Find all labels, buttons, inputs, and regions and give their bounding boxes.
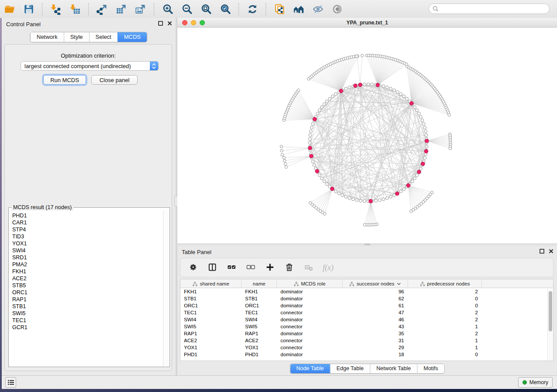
mcds-result-node[interactable]: PHD1: [12, 212, 163, 219]
toolbar-separator: [154, 3, 155, 15]
delete-column-icon[interactable]: [284, 262, 295, 273]
zoom-in-icon[interactable]: [161, 3, 174, 16]
table-cell: ORC1: [180, 303, 242, 308]
tab-network-table[interactable]: Network Table: [370, 364, 417, 373]
mcds-result-node[interactable]: SWI4: [12, 247, 163, 254]
mcds-result-node[interactable]: ORC1: [12, 289, 163, 296]
tree-icon: [349, 282, 354, 286]
add-column-icon[interactable]: [265, 262, 276, 273]
table-cell: 29: [343, 345, 408, 350]
table-row[interactable]: SWI4SWI4dominator462: [180, 316, 553, 323]
import-table-icon[interactable]: [69, 3, 82, 16]
mcds-result-node[interactable]: CAR1: [12, 219, 163, 226]
table-cell: dominator: [277, 317, 343, 322]
memory-button[interactable]: Memory: [518, 377, 553, 388]
table-cell: SWI5: [180, 324, 242, 329]
tab-edge-table[interactable]: Edge Table: [330, 364, 370, 373]
mcds-result-node[interactable]: YOX1: [12, 240, 163, 247]
network-view-canvas[interactable]: [177, 28, 557, 243]
table-cell: 2: [408, 331, 482, 336]
table-panel-title: Table Panel: [182, 249, 211, 255]
sort-down-icon: [397, 282, 401, 285]
mcds-result-node[interactable]: GCR1: [12, 324, 163, 331]
zoom-out-icon[interactable]: [180, 3, 194, 16]
hide-selected-icon[interactable]: [311, 3, 325, 16]
mcds-result-node[interactable]: TEC1: [12, 317, 163, 324]
run-mcds-button[interactable]: Run MCDS: [43, 75, 86, 85]
export-table-icon[interactable]: [115, 3, 128, 16]
mcds-result-node[interactable]: STP4: [12, 226, 163, 233]
task-history-button[interactable]: [5, 377, 16, 388]
apply-layout-icon[interactable]: [246, 3, 259, 16]
export-image-icon[interactable]: [134, 3, 147, 16]
table-cell: 1: [408, 338, 482, 343]
table-cell: FKH1: [180, 289, 242, 294]
optimization-criterion-select[interactable]: largest connected component (undirected): [21, 61, 159, 71]
mcds-result-node[interactable]: STB1: [12, 303, 163, 310]
table-cell: 0: [408, 303, 482, 308]
table-row[interactable]: SWI5SWI5connector431: [180, 323, 553, 330]
mcds-result-node[interactable]: FKH1: [12, 268, 163, 275]
splitter-grip[interactable]: [364, 244, 370, 245]
column-panel-icon[interactable]: [208, 262, 218, 273]
column-header-MCDS-role[interactable]: MCDS role: [277, 279, 343, 288]
float-panel-icon[interactable]: [158, 21, 163, 26]
search-icon: [432, 6, 439, 12]
mcds-result-node[interactable]: ACE2: [12, 275, 163, 282]
table-cell: STB1: [242, 296, 277, 301]
table-row[interactable]: STB1STB1dominator620: [180, 295, 553, 302]
clone-network-icon[interactable]: [273, 3, 286, 16]
tree-icon: [420, 282, 425, 286]
column-header-successor-nodes[interactable]: successor nodes: [343, 279, 408, 288]
table-row[interactable]: PHD1PHD1dominator180: [180, 351, 553, 358]
table-panel-header: Table Panel: [177, 246, 557, 257]
open-file-icon[interactable]: [3, 3, 16, 16]
mcds-result-node[interactable]: RAP1: [12, 296, 163, 303]
save-session-icon[interactable]: [22, 3, 35, 16]
mcds-result-node[interactable]: TID3: [12, 233, 163, 240]
gear-icon[interactable]: [188, 262, 199, 273]
table-row[interactable]: FKH1FKH1dominator962: [180, 288, 553, 295]
table-scrollbar[interactable]: [547, 289, 553, 361]
column-header-shared-name[interactable]: shared name: [180, 279, 242, 288]
column-header-name[interactable]: name: [242, 279, 277, 288]
mcds-result-node[interactable]: PMA2: [12, 261, 163, 268]
close-panel-icon[interactable]: [549, 249, 554, 254]
show-all-icon[interactable]: [292, 3, 305, 16]
table-cell: 47: [343, 310, 408, 315]
mcds-result-node[interactable]: SWI5: [12, 310, 163, 317]
import-network-icon[interactable]: [49, 3, 62, 16]
zoom-fit-icon[interactable]: [200, 3, 213, 16]
mcds-result-title: MCDS result (17 nodes): [11, 204, 73, 210]
export-network-icon[interactable]: [96, 3, 109, 16]
zoom-selected-icon[interactable]: [219, 3, 232, 16]
tab-network[interactable]: Network: [31, 32, 64, 42]
tab-mcds[interactable]: MCDS: [118, 32, 147, 42]
mcds-result-node[interactable]: STB5: [12, 282, 163, 289]
result-scrollbar[interactable]: [163, 210, 169, 366]
search-input[interactable]: [429, 3, 550, 14]
deselect-all-icon[interactable]: [246, 262, 256, 273]
close-panel-icon[interactable]: [167, 21, 172, 26]
close-panel-button[interactable]: Close panel: [91, 75, 138, 85]
table-row[interactable]: YOX1YOX1connector291: [180, 344, 553, 351]
scrollbar-thumb[interactable]: [549, 291, 552, 331]
table-row[interactable]: ACE2ACE2connector311: [180, 337, 553, 344]
table-row[interactable]: TEC1TEC1connector472: [180, 309, 553, 316]
tab-node-table[interactable]: Node Table: [290, 364, 330, 373]
mcds-result-node[interactable]: SRD1: [12, 254, 163, 261]
table-cell: 31: [343, 338, 408, 343]
show-hidden-icon[interactable]: [331, 3, 344, 16]
tab-motifs[interactable]: Motifs: [417, 364, 444, 373]
table-cell: 35: [343, 331, 408, 336]
tab-select[interactable]: Select: [89, 32, 118, 42]
list-icon: [7, 379, 14, 385]
float-panel-icon[interactable]: [540, 249, 544, 254]
table-cell: dominator: [277, 352, 343, 357]
tab-style[interactable]: Style: [64, 32, 89, 42]
select-all-icon[interactable]: [227, 262, 237, 273]
column-header-predecessor-nodes[interactable]: predecessor nodes: [408, 279, 482, 288]
table-row[interactable]: RAP1RAP1dominator352: [180, 330, 553, 337]
mcds-result-list[interactable]: PHD1CAR1STP4TID3YOX1SWI4SRD1PMA2FKH1ACE2…: [9, 210, 163, 366]
table-row[interactable]: ORC1ORC1dominator610: [180, 302, 553, 309]
